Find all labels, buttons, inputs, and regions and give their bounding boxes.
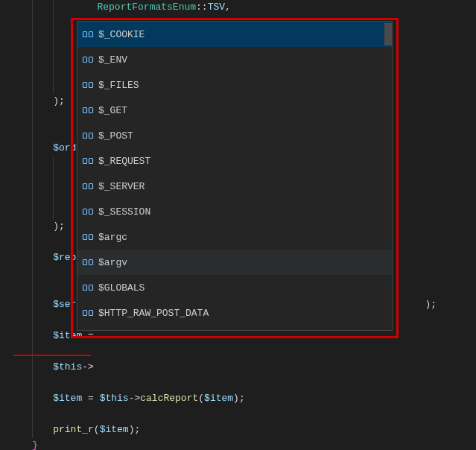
svg-rect-5 — [89, 83, 93, 88]
suggest-item-label: $argc — [98, 232, 127, 243]
suggest-item-label: $_SERVER — [98, 181, 145, 192]
suggest-item[interactable]: $GLOBALS — [77, 275, 392, 300]
svg-rect-15 — [89, 209, 93, 215]
svg-rect-1 — [89, 32, 93, 37]
variable-icon — [82, 206, 94, 218]
variable-icon — [82, 282, 94, 294]
suggest-item[interactable]: $_SERVER — [77, 174, 392, 199]
svg-rect-3 — [89, 57, 93, 63]
suggest-item-label: $GLOBALS — [98, 282, 145, 294]
variable-icon — [82, 28, 94, 40]
suggest-item-label: $_ENV — [98, 54, 127, 66]
suggest-item-label: $_GET — [98, 105, 127, 116]
variable-icon — [82, 54, 94, 66]
variable-icon — [82, 130, 94, 142]
variable-icon — [82, 231, 94, 243]
suggest-item-label: $_REQUEST — [98, 156, 150, 167]
suggest-item[interactable]: $_COOKIE — [77, 22, 392, 47]
suggest-scrollbar[interactable] — [384, 23, 392, 45]
variable-icon — [82, 256, 94, 268]
svg-rect-10 — [83, 159, 87, 164]
svg-rect-7 — [89, 108, 93, 113]
code-line: $item = — [9, 329, 467, 344]
svg-rect-13 — [89, 184, 93, 189]
svg-rect-23 — [89, 311, 93, 316]
variable-icon — [82, 155, 94, 167]
svg-rect-0 — [83, 32, 87, 37]
variable-icon — [82, 79, 94, 91]
svg-rect-11 — [89, 159, 93, 164]
suggest-item-label: $_POST — [98, 130, 133, 142]
svg-rect-20 — [83, 285, 87, 291]
svg-rect-9 — [89, 133, 93, 139]
svg-rect-16 — [83, 235, 87, 240]
svg-rect-19 — [89, 260, 93, 265]
svg-rect-21 — [89, 285, 93, 291]
svg-rect-4 — [83, 83, 87, 88]
suggest-item[interactable]: $argc — [77, 224, 392, 250]
suggest-item-label: $_COOKIE — [98, 29, 145, 40]
suggest-item[interactable]: $_REQUEST — [77, 148, 392, 174]
code-line: print_r($item); — [9, 422, 467, 438]
svg-rect-22 — [83, 311, 87, 316]
svg-rect-14 — [83, 209, 87, 215]
code-line — [9, 375, 467, 391]
svg-rect-6 — [83, 108, 87, 113]
svg-rect-2 — [83, 57, 87, 63]
svg-rect-8 — [83, 133, 87, 139]
code-line: $item = $this->calcReport($item); — [9, 391, 467, 407]
suggest-item-label: $argv — [98, 257, 127, 268]
suggest-item-label: $_SESSION — [98, 206, 150, 218]
variable-icon — [82, 307, 94, 319]
svg-rect-17 — [89, 235, 93, 240]
suggest-item-label: $_FILES — [98, 80, 139, 91]
svg-rect-12 — [83, 184, 87, 189]
suggest-item[interactable]: $argv — [77, 250, 392, 275]
code-line — [9, 344, 467, 360]
intellisense-popup[interactable]: $_COOKIE$_ENV$_FILES$_GET$_POST$_REQUEST… — [77, 21, 393, 331]
suggest-item[interactable]: $_FILES — [77, 72, 392, 98]
variable-icon — [82, 180, 94, 192]
suggest-item[interactable]: $_SESSION — [77, 199, 392, 224]
svg-rect-18 — [83, 260, 87, 265]
code-line: } — [9, 438, 467, 450]
variable-icon — [82, 104, 94, 116]
code-line — [9, 407, 467, 422]
suggest-item[interactable]: $_ENV — [77, 47, 392, 72]
code-line: ReportFormatsEnum::TSV, — [9, 0, 467, 16]
suggest-item[interactable]: $_GET — [77, 98, 392, 123]
code-line: $this-> — [9, 360, 467, 375]
suggest-item[interactable]: $HTTP_RAW_POST_DATA — [77, 300, 392, 326]
suggest-item-label: $HTTP_RAW_POST_DATA — [98, 308, 209, 319]
suggest-item[interactable]: $_POST — [77, 123, 392, 148]
